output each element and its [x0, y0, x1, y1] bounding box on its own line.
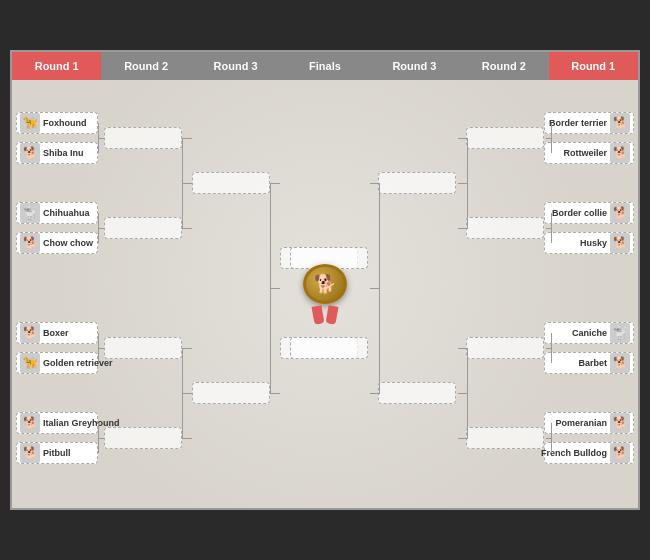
- chihuahua-icon: 🐩: [20, 203, 40, 223]
- header-round3-right: Round 3: [370, 52, 459, 80]
- header-round1-left: Round 1: [12, 52, 101, 80]
- header-round2-right: Round 2: [459, 52, 548, 80]
- chowchow-icon: 🐕: [20, 233, 40, 253]
- frenchbulldog-icon: 🐕: [610, 443, 630, 463]
- team-golden[interactable]: 🦮 Golden retriever: [16, 352, 98, 374]
- left-r2-slot-3[interactable]: [104, 337, 182, 359]
- team-chowchow[interactable]: 🐕 Chow chow: [16, 232, 98, 254]
- team-caniche[interactable]: Caniche 🐩: [544, 322, 634, 344]
- team-french-bulldog[interactable]: French Bulldog 🐕: [544, 442, 634, 464]
- team-boxer[interactable]: 🐕 Boxer: [16, 322, 98, 344]
- husky-icon: 🐕: [610, 233, 630, 253]
- ribbon-right: [326, 305, 339, 324]
- right-r3-slot-2[interactable]: [378, 382, 456, 404]
- right-r2-slot-3[interactable]: [466, 337, 544, 359]
- caniche-icon: 🐩: [610, 323, 630, 343]
- team-pomeranian[interactable]: Pomeranian 🐕: [544, 412, 634, 434]
- foxhound-icon: 🦮: [20, 113, 40, 133]
- championship-medal: [299, 264, 351, 324]
- team-shiba[interactable]: 🐕 Shiba Inu: [16, 142, 98, 164]
- left-r2-slot-1[interactable]: [104, 127, 182, 149]
- bracket-container: Round 1 Round 2 Round 3 Finals Round 3 R…: [10, 50, 640, 510]
- team-barbet[interactable]: Barbet 🐕: [544, 352, 634, 374]
- left-r2-slot-2[interactable]: [104, 217, 182, 239]
- header-finals: Finals: [280, 52, 369, 80]
- bordercollie-icon: 🐕: [610, 203, 630, 223]
- medal-circle: [303, 264, 347, 304]
- italiangreyhound-icon: 🐕: [20, 413, 40, 433]
- header-round3-left: Round 3: [191, 52, 280, 80]
- team-chihuahua[interactable]: 🐩 Chihuahua: [16, 202, 98, 224]
- barbet-icon: 🐕: [610, 353, 630, 373]
- pitbull-icon: 🐕: [20, 443, 40, 463]
- pomeranian-icon: 🐕: [610, 413, 630, 433]
- ribbon-left: [312, 305, 325, 324]
- rottweiler-icon: 🐕: [610, 143, 630, 163]
- team-foxhound[interactable]: 🦮 Foxhound: [16, 112, 98, 134]
- team-husky[interactable]: Husky 🐕: [544, 232, 634, 254]
- left-r3-slot-2[interactable]: [192, 382, 270, 404]
- bracket-main: 🦮 Foxhound 🐕 Shiba Inu 🐩 Chihuahua 🐕 Cho…: [12, 80, 638, 508]
- boxer-icon: 🐕: [20, 323, 40, 343]
- left-r2-slot-4[interactable]: [104, 427, 182, 449]
- team-pitbull[interactable]: 🐕 Pitbull: [16, 442, 98, 464]
- borderterrier-icon: 🐕: [610, 113, 630, 133]
- golden-icon: 🦮: [20, 353, 40, 373]
- right-r2-slot-4[interactable]: [466, 427, 544, 449]
- medal-ribbon: [313, 306, 337, 324]
- header-round1-right: Round 1: [549, 52, 638, 80]
- right-r2-slot-2[interactable]: [466, 217, 544, 239]
- team-rottweiler[interactable]: Rottweiler 🐕: [544, 142, 634, 164]
- team-border-terrier[interactable]: Border terrier 🐕: [544, 112, 634, 134]
- shiba-icon: 🐕: [20, 143, 40, 163]
- left-r3-slot-1[interactable]: [192, 172, 270, 194]
- right-r2-slot-1[interactable]: [466, 127, 544, 149]
- team-border-collie[interactable]: Border collie 🐕: [544, 202, 634, 224]
- right-r3-slot-1[interactable]: [378, 172, 456, 194]
- right-finals-slot-2[interactable]: [290, 337, 368, 359]
- header-row: Round 1 Round 2 Round 3 Finals Round 3 R…: [12, 52, 638, 80]
- team-italian-greyhound[interactable]: 🐕 Italian Greyhound: [16, 412, 98, 434]
- header-round2-left: Round 2: [101, 52, 190, 80]
